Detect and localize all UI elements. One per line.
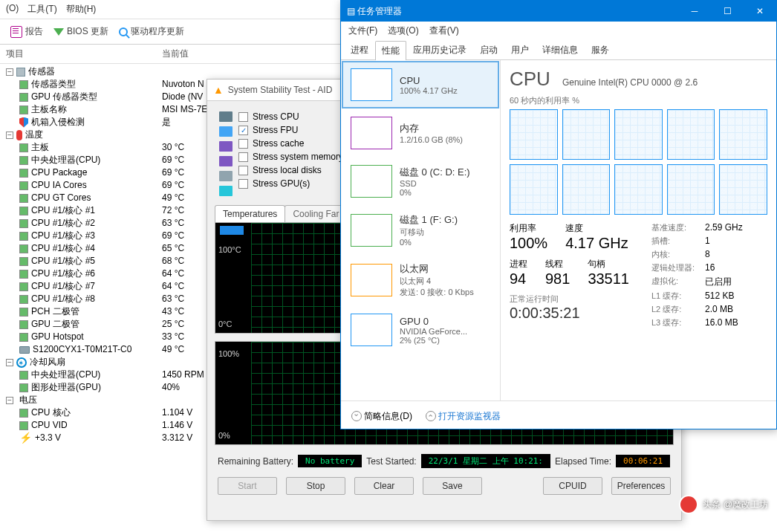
checkbox-label: Stress local disks (253, 165, 322, 175)
chip-icon (19, 93, 28, 102)
card-name: 以太网 (400, 262, 474, 276)
maximize-button[interactable]: ☐ (711, 1, 744, 22)
avatar-icon (679, 495, 698, 514)
tm-sidebar: CPU100% 4.17 GHz内存1.2/16.0 GB (8%)磁盘 0 (… (341, 60, 501, 400)
chip-icon (19, 156, 28, 165)
resmon-icon (426, 411, 436, 421)
chip-icon (19, 207, 28, 215)
stop-button[interactable]: Stop (286, 477, 345, 495)
spec-label: 虚拟化: (651, 276, 695, 288)
tab-temperatures[interactable]: Temperatures (215, 205, 285, 222)
checkbox-label: Stress GPU(s) (253, 178, 310, 189)
bios-update-button[interactable]: BIOS 更新 (53, 25, 108, 38)
cpu-core-grid (510, 109, 767, 215)
menu-item[interactable]: 帮助(H) (66, 3, 97, 16)
cpu-heading: CPU (510, 68, 550, 91)
sidebar-card[interactable]: 磁盘 1 (F: G:)可移动0% (342, 206, 499, 254)
spec-label: L2 缓存: (651, 304, 695, 315)
tm-tab[interactable]: 详细信息 (536, 40, 585, 59)
menu-item[interactable]: 工具(T) (27, 3, 56, 16)
thread-value: 981 (545, 270, 570, 288)
cpuid-button[interactable]: CPUID (543, 477, 602, 495)
sidebar-card[interactable]: 磁盘 0 (C: D: E:)SSD0% (342, 158, 499, 205)
tab-cooling-fans[interactable]: Cooling Far (285, 205, 347, 222)
card-sub: NVIDIA GeForce...2% (25 °C) (400, 327, 467, 345)
cpu-core-chart (719, 109, 767, 160)
sidebar-card[interactable]: 以太网以太网 4发送: 0 接收: 0 Kbps (342, 255, 499, 305)
speed-value: 4.17 GHz (565, 235, 628, 252)
menu-file[interactable]: 文件(F) (348, 25, 377, 37)
checkbox[interactable] (238, 166, 248, 175)
spec-value: 2.59 GHz (705, 222, 743, 233)
sidebar-card[interactable]: GPU 0NVIDIA GeForce...2% (25 °C) (342, 306, 499, 354)
chip-icon (19, 257, 28, 266)
driver-update-button[interactable]: 驱动程序更新 (119, 25, 184, 38)
thumbnail-chart (351, 314, 392, 346)
thumbnail-chart (351, 214, 392, 247)
column-headers: 项目 当前值 (0, 45, 342, 64)
tm-tab[interactable]: 应用历史记录 (406, 40, 473, 59)
cpu-core-chart (562, 164, 611, 215)
report-button[interactable]: 报告 (10, 25, 43, 38)
spec-value: 2.0 MB (705, 304, 743, 315)
preferences-button[interactable]: Preferences (611, 477, 671, 495)
sst-icon-column (215, 111, 237, 196)
handle-value: 33511 (588, 270, 629, 288)
brief-info-toggle[interactable]: 简略信息(D) (351, 409, 412, 423)
sidebar-card[interactable]: CPU100% 4.17 GHz (342, 61, 499, 108)
checkbox[interactable]: ✓ (238, 126, 248, 135)
bg-menubar: (O) 工具(T) 帮助(H) (0, 0, 342, 19)
elapsed-label: Elapsed Time: (555, 456, 611, 467)
checkbox[interactable] (238, 179, 248, 189)
start-value: 22/3/1 星期二 上午 10:21: (421, 454, 550, 468)
cpu-core-chart (719, 164, 767, 215)
checkbox[interactable] (238, 139, 248, 149)
tree-section[interactable]: − 传感器 (0, 65, 342, 78)
elapsed-value: 00:06:21 (616, 455, 670, 467)
clear-button[interactable]: Clear (354, 477, 414, 495)
card-name: 磁盘 1 (F: G:) (400, 213, 458, 227)
cpu-core-chart (562, 109, 611, 160)
shield-icon (19, 117, 28, 128)
open-resmon-link[interactable]: 打开资源监视器 (426, 409, 501, 423)
bolt-icon: ⚡ (19, 432, 32, 444)
tm-tab[interactable]: 进程 (344, 40, 375, 59)
thumbnail-chart (351, 264, 392, 296)
task-manager-window: ▤ 任务管理器 ─ ☐ ✕ 文件(F) 选项(O) 查看(V) 进程性能应用历史… (340, 0, 777, 429)
uptime-label: 正常运行时间 (510, 293, 629, 305)
tm-tab[interactable]: 启动 (473, 40, 504, 59)
tm-tab[interactable]: 服务 (585, 40, 616, 59)
start-button[interactable]: Start (218, 477, 277, 495)
chip-icon (19, 282, 28, 291)
document-icon (10, 26, 22, 38)
card-sub: 1.2/16.0 GB (8%) (400, 135, 463, 144)
spec-label: 内核: (651, 249, 695, 260)
checkbox[interactable] (238, 112, 248, 122)
chip-icon (19, 270, 28, 279)
thumbnail-chart (351, 117, 392, 149)
menu-item[interactable]: (O) (6, 3, 19, 16)
checkbox[interactable] (238, 152, 248, 162)
sst-button-row: Start Stop Clear Save CPUID Preferences (207, 473, 681, 502)
col-item: 项目 (6, 48, 162, 60)
checkbox-label: Stress system memory (253, 152, 343, 162)
watermark: 头条 @魔改工坊 (679, 495, 768, 514)
menu-view[interactable]: 查看(V) (429, 25, 459, 37)
tm-tab[interactable]: 用户 (504, 40, 536, 59)
chip-icon (19, 421, 28, 430)
spec-value: 已启用 (705, 276, 743, 288)
disk-icon (219, 171, 233, 181)
tm-titlebar[interactable]: ▤ 任务管理器 ─ ☐ ✕ (341, 1, 776, 22)
close-button[interactable]: ✕ (744, 1, 776, 22)
sidebar-card[interactable]: 内存1.2/16.0 GB (8%) (342, 109, 499, 157)
checkbox-label: Stress CPU (253, 111, 299, 122)
save-button[interactable]: Save (423, 477, 482, 495)
proc-label: 进程 (510, 258, 527, 270)
minimize-button[interactable]: ─ (678, 1, 711, 22)
tm-tab[interactable]: 性能 (375, 41, 406, 60)
y-label: 0% (218, 431, 230, 440)
cpu-icon (219, 111, 233, 122)
menu-options[interactable]: 选项(O) (388, 25, 418, 37)
handle-label: 句柄 (588, 258, 629, 270)
spec-value: 1 (705, 236, 743, 247)
